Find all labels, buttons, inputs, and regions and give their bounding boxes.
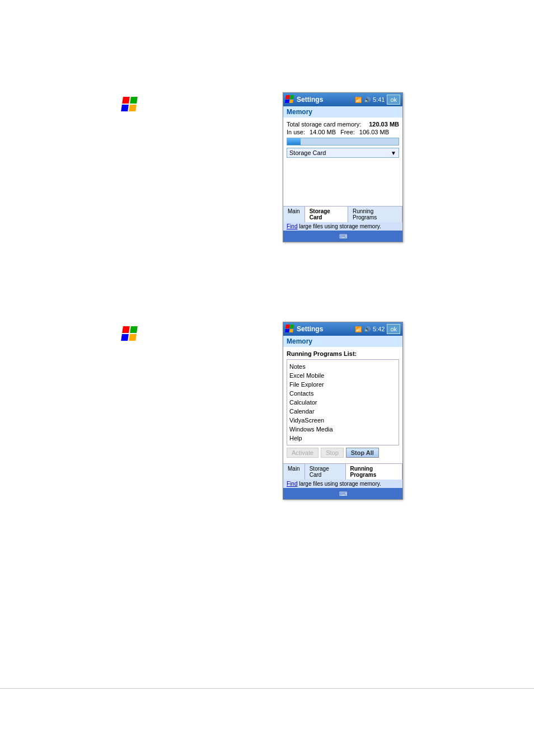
total-value: 120.03 MB <box>369 121 399 128</box>
stop-all-button[interactable]: Stop All <box>346 448 379 458</box>
progress-fill-1 <box>287 138 301 145</box>
windows-logo-2 <box>122 326 138 342</box>
list-item[interactable]: Contacts <box>289 389 396 398</box>
storage-dropdown[interactable]: Storage Card ▼ <box>287 148 399 158</box>
inuse-label: In use: <box>287 129 305 135</box>
time-2: 5:42 <box>373 326 385 332</box>
spacer-1 <box>287 158 399 203</box>
tab-main-2[interactable]: Main <box>283 464 305 480</box>
list-item[interactable]: Help <box>289 434 396 443</box>
dropdown-arrow: ▼ <box>391 150 396 156</box>
dropdown-value: Storage Card <box>289 149 326 156</box>
keyboard-icon-2: ⌨ <box>339 491 347 497</box>
speaker-icon-1: 🔊 <box>364 97 371 103</box>
tab-storagecard-2[interactable]: Storage Card <box>305 464 346 480</box>
activate-button[interactable]: Activate <box>287 448 318 458</box>
free-value: 106.03 MB <box>359 129 389 135</box>
signal-icon-2: 📶 <box>355 326 362 332</box>
content-area-2: Running Programs List: Notes Excel Mobil… <box>283 347 402 463</box>
list-item[interactable]: VidyaScreen <box>289 416 396 425</box>
titlebar-2: Settings 📶 🔊 5:42 ok <box>283 322 402 336</box>
ok-button-2[interactable]: ok <box>387 324 400 334</box>
titlebar-right-1: 📶 🔊 5:41 ok <box>355 95 400 105</box>
speaker-icon-2: 🔊 <box>364 326 371 332</box>
titlebar-left-2: Settings <box>285 325 323 334</box>
content-area-1: Total storage card memory: 120.03 MB In … <box>283 118 402 206</box>
find-text-2: large files using storage memory. <box>299 481 381 487</box>
time-1: 5:41 <box>373 96 385 103</box>
tab-bar-1: Main Storage Card Running Programs <box>283 206 402 222</box>
list-item[interactable]: Excel Mobile <box>289 371 396 380</box>
total-row: Total storage card memory: 120.03 MB <box>287 121 399 128</box>
bottom-divider <box>0 688 534 689</box>
tab-bar-2: Main Storage Card Running Programs <box>283 463 402 480</box>
running-programs-title: Running Programs List: <box>287 350 399 357</box>
list-item[interactable]: Calendar <box>289 407 396 416</box>
memory-header-1: Memory <box>283 106 402 118</box>
inuse-free-row: In use: 14.00 MB Free: 106.03 MB <box>287 129 399 135</box>
keyboard-bar-2[interactable]: ⌨ <box>283 488 402 499</box>
title-logo-1 <box>285 95 294 104</box>
tab-running-2[interactable]: Running Programs <box>346 464 402 480</box>
title-text-1: Settings <box>297 96 323 104</box>
total-label: Total storage card memory: <box>287 121 361 128</box>
tab-running-1[interactable]: Running Programs <box>348 206 402 222</box>
titlebar-right-2: 📶 🔊 5:42 ok <box>355 324 400 334</box>
keyboard-bar-1[interactable]: ⌨ <box>283 231 402 242</box>
list-item[interactable]: Calculator <box>289 398 396 407</box>
list-item[interactable]: Windows Media <box>289 425 396 434</box>
find-link-2[interactable]: Find <box>287 481 297 487</box>
stop-button[interactable]: Stop <box>321 448 344 458</box>
action-buttons: Activate Stop Stop All <box>287 448 399 458</box>
find-text-1: large files using storage memory. <box>299 223 381 229</box>
list-item[interactable]: File Explorer <box>289 380 396 389</box>
bottom-bar-2: Find large files using storage memory. <box>283 480 402 488</box>
titlebar-1: Settings 📶 🔊 5:41 ok <box>283 93 402 106</box>
page-container: Settings 📶 🔊 5:41 ok Memory Total storag… <box>0 0 534 756</box>
ok-button-1[interactable]: ok <box>387 95 400 105</box>
title-text-2: Settings <box>297 325 323 333</box>
windows-logo-1 <box>122 97 138 112</box>
tab-storagecard-1[interactable]: Storage Card <box>305 206 348 222</box>
list-item[interactable]: Notes <box>289 362 396 371</box>
inuse-value: 14.00 MB <box>310 129 336 135</box>
free-label: Free: <box>340 129 355 135</box>
bottom-bar-1: Find large files using storage memory. <box>283 222 402 231</box>
screen1: Settings 📶 🔊 5:41 ok Memory Total storag… <box>283 92 403 242</box>
progress-bar-1 <box>287 138 399 145</box>
keyboard-icon-1: ⌨ <box>339 233 347 240</box>
title-logo-2 <box>285 325 294 334</box>
programs-list[interactable]: Notes Excel Mobile File Explorer Contact… <box>287 359 399 445</box>
tab-main-1[interactable]: Main <box>283 206 305 222</box>
signal-icon-1: 📶 <box>355 97 362 103</box>
titlebar-left-1: Settings <box>285 95 323 104</box>
screen2: Settings 📶 🔊 5:42 ok Memory Running Prog… <box>283 322 403 500</box>
memory-header-2: Memory <box>283 336 402 347</box>
find-link-1[interactable]: Find <box>287 223 297 229</box>
